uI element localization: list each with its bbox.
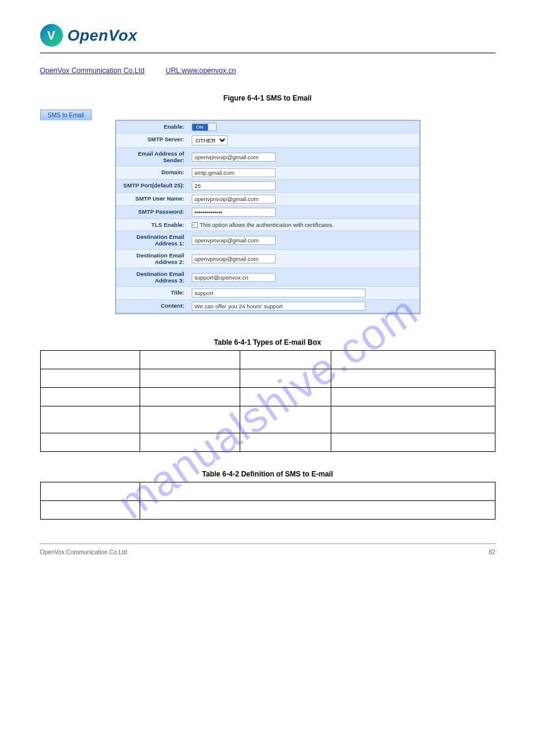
select-smtp-server[interactable]: OTHER xyxy=(192,135,228,145)
label-sender: Email Address of Sender: xyxy=(116,148,188,166)
toggle-enable[interactable]: ON xyxy=(192,123,217,131)
brand-logo: OpenVox xyxy=(40,24,138,47)
header-link-company[interactable]: OpenVox Communication Co.Ltd xyxy=(40,66,148,76)
header-link-row: OpenVox Communication Co.Ltd URL:www.ope… xyxy=(40,66,495,76)
table-row: E-mail Box Type SMTP Server SMTP Port TL… xyxy=(40,351,495,369)
table-row: Yahoo! smtp.mail.yahoo.com (not free) 58… xyxy=(40,406,495,433)
input-dest2[interactable] xyxy=(192,254,276,263)
input-dest1[interactable] xyxy=(192,236,276,245)
input-content[interactable] xyxy=(192,302,365,311)
header-link-page[interactable] xyxy=(418,66,495,76)
label-password: SMTP Password: xyxy=(116,206,188,218)
input-sender[interactable] xyxy=(192,153,276,162)
page-header: OpenVox xyxy=(40,24,495,53)
label-domain: Domain: xyxy=(116,166,188,179)
panel-tab: SMS to Email xyxy=(40,110,92,120)
table-row: Enable When you choose on, the following… xyxy=(40,501,495,520)
input-password[interactable] xyxy=(192,208,276,217)
label-content: Content: xyxy=(116,300,188,312)
table-row: HotMail smtp.live.com 587 on xyxy=(40,388,495,406)
label-title: Title: xyxy=(116,287,188,299)
label-port: SMTP Port(default 25): xyxy=(116,180,188,192)
sms-to-email-panel: SMS to Email Enable: ON SMTP Server: xyxy=(40,108,495,314)
figure-caption: Figure 6-4-1 SMS to Email xyxy=(40,94,495,102)
label-dest2: Destination Email Address 2: xyxy=(116,250,188,268)
input-dest3[interactable] xyxy=(192,273,276,282)
table-sms-to-email-def: Options Definition Enable When you choos… xyxy=(40,482,495,520)
label-user: SMTP User Name: xyxy=(116,193,188,205)
page-footer: OpenVox Communication Co.Ltd 82 xyxy=(40,544,495,555)
table-row: Options Definition xyxy=(40,482,495,501)
label-dest1: Destination Email Address 1: xyxy=(116,231,188,249)
input-title[interactable] xyxy=(192,289,365,297)
footer-page-number: 82 xyxy=(488,549,495,555)
brand-name: OpenVox xyxy=(68,26,138,45)
table2-caption: Table 6-4-2 Definition of SMS to E-mail xyxy=(40,470,495,478)
header-link-url[interactable]: URL:www.openvox.cn xyxy=(166,66,268,76)
tls-note: This option allows the authentication wi… xyxy=(200,221,334,228)
logo-icon xyxy=(40,24,63,47)
checkbox-tls[interactable]: ✓ xyxy=(192,222,198,228)
table1-caption: Table 6-4-1 Types of E-mail Box xyxy=(40,338,495,347)
label-dest3: Destination Email Address 3: xyxy=(116,268,188,286)
table-email-box-types: E-mail Box Type SMTP Server SMTP Port TL… xyxy=(40,350,495,452)
table-row: 163 smtp.163.com 25 off xyxy=(40,433,495,452)
label-tls: TLS Enable: xyxy=(116,219,188,230)
label-smtp-server: SMTP Server: xyxy=(116,133,188,147)
footer-company: OpenVox Communication Co.Ltd xyxy=(40,549,128,555)
input-domain[interactable] xyxy=(192,168,276,177)
table-row: Gmail smtp.gmail.com 587 on xyxy=(40,369,495,388)
input-port[interactable] xyxy=(192,181,276,190)
input-username[interactable] xyxy=(192,195,276,204)
label-enable: Enable: xyxy=(116,121,188,133)
